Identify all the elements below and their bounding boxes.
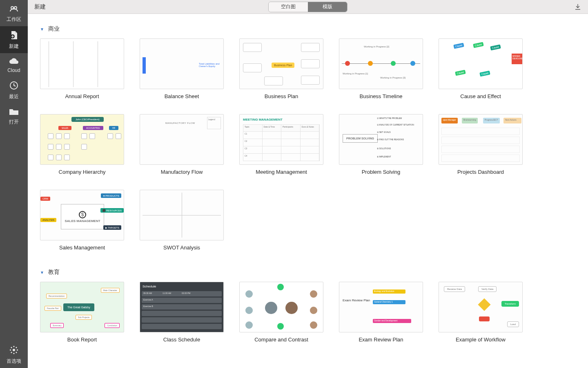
template-caption: Cause and Effect: [439, 93, 523, 99]
template-caption: Business Timeline: [339, 93, 423, 99]
section-title: 教育: [48, 269, 60, 276]
template-card[interactable]: Receive Data Verify Data Transform Load …: [439, 282, 523, 343]
sidebar-item-new[interactable]: 新建: [0, 26, 28, 53]
content-area: ▼ 商业 Annual Report Balance Sheet Busines…: [28, 14, 588, 368]
sidebar-label: 首选项: [7, 358, 21, 365]
disclosure-triangle-icon: ▼: [40, 27, 44, 31]
section-title: 商业: [48, 25, 60, 33]
template-card[interactable]: Annual Report: [40, 38, 124, 99]
sidebar-label: 新建: [9, 43, 19, 50]
template-thumb: Exam Review Plan Ecology and Evolution G…: [339, 282, 423, 332]
template-thumb: Schedule 09:30 AM11:00 AM02:00 PM Exerci…: [140, 282, 224, 332]
sidebar-label: 最近: [9, 93, 19, 100]
template-thumb: [239, 38, 323, 89]
template-caption: Annual Report: [40, 93, 124, 99]
folder-icon: [9, 108, 19, 117]
template-caption: Manufactory Flow: [140, 169, 224, 175]
sidebar-item-workspace[interactable]: 工作区: [0, 0, 28, 26]
template-card[interactable]: John (CEO/President) SALES ACCOUNTING HR…: [40, 114, 124, 175]
template-grid-education: The Great Gatsby Recommendation Main Cha…: [40, 282, 588, 357]
template-card[interactable]: Schedule 09:30 AM11:00 AM02:00 PM Exerci…: [140, 282, 224, 343]
template-caption: Compare and Contrast: [239, 337, 323, 343]
cloud-icon: [9, 57, 19, 66]
template-thumb: John (CEO/President) SALES ACCOUNTING HR: [40, 114, 124, 165]
template-grid-business: Annual Report Balance Sheet Business Pla…: [40, 38, 588, 265]
clock-icon: [9, 81, 19, 92]
sidebar-item-cloud[interactable]: Cloud: [0, 53, 28, 76]
sidebar-label: 打开: [9, 119, 19, 126]
template-caption: Problem Solving: [339, 169, 423, 175]
template-card[interactable]: Exam Review Plan Ecology and Evolution G…: [339, 282, 423, 343]
template-thumb: PROBLEM SOLVING ① WHAT'S THE PROBLEM ② A…: [339, 114, 423, 165]
template-thumb: Cause Cause Cause Cause Cause MISSED DEA…: [439, 38, 523, 89]
tab-templates[interactable]: 模版: [308, 2, 347, 12]
download-icon[interactable]: [574, 3, 581, 12]
template-caption: Company Hierarchy: [40, 169, 124, 175]
template-thumb: Legend: [140, 114, 224, 165]
template-card[interactable]: Balance Sheet: [140, 38, 224, 99]
template-card[interactable]: Cause Cause Cause Cause Cause MISSED DEA…: [439, 38, 523, 99]
new-file-icon: [9, 30, 19, 41]
template-caption: SWOT Analysis: [140, 245, 224, 251]
template-thumb: MEETING MANAGEMENT TopicDate & TimeParti…: [239, 114, 323, 165]
disclosure-triangle-icon: ▼: [40, 270, 44, 275]
template-thumb: [140, 190, 224, 240]
gear-icon: [9, 345, 19, 356]
template-caption: Meeting Management: [239, 169, 323, 175]
template-thumb: The Great Gatsby Recommendation Main Cha…: [40, 282, 124, 332]
page-title: 新建: [28, 3, 46, 11]
template-thumb: Receive Data Verify Data Transform Load: [439, 282, 523, 332]
template-thumb: Working in Progress [2] Working in Progr…: [339, 38, 423, 89]
template-thumb: $SALES MANAGEMENT ★ PRODUCTS ⬛ RESOURCES…: [40, 190, 124, 240]
topbar: 新建 空白图 模版: [28, 0, 588, 14]
template-card[interactable]: The Great Gatsby Recommendation Main Cha…: [40, 282, 124, 343]
template-thumb: [239, 282, 323, 332]
template-caption: Business Plan: [239, 93, 323, 99]
template-caption: Projects Dashboard: [439, 169, 523, 175]
sidebar-item-open[interactable]: 打开: [0, 103, 28, 129]
sidebar-label: Cloud: [7, 67, 20, 73]
template-card[interactable]: Legend Manufactory Flow: [140, 114, 224, 175]
template-card[interactable]: PROBLEM SOLVING ① WHAT'S THE PROBLEM ② A…: [339, 114, 423, 175]
template-card[interactable]: SWOT Analysis: [140, 190, 224, 251]
sidebar-label: 工作区: [7, 16, 21, 23]
template-caption: Example of Workflow: [439, 337, 523, 343]
template-caption: Book Report: [40, 337, 124, 343]
workspace-icon: [9, 4, 19, 14]
template-card[interactable]: Compare and Contrast: [239, 282, 323, 343]
svg-point-2: [13, 349, 15, 351]
template-caption: Exam Review Plan: [339, 337, 423, 343]
template-card[interactable]: Working in Progress [2] Working in Progr…: [339, 38, 423, 99]
template-thumb: eject Manager Brainstorming ProgressJECT…: [439, 114, 523, 165]
template-card[interactable]: eject Manager Brainstorming ProgressJECT…: [439, 114, 523, 175]
template-card[interactable]: Business Plan: [239, 38, 323, 99]
template-caption: Balance Sheet: [140, 93, 224, 99]
template-card[interactable]: MEETING MANAGEMENT TopicDate & TimeParti…: [239, 114, 323, 175]
section-header-education[interactable]: ▼ 教育: [40, 269, 588, 276]
sidebar: 工作区 新建 Cloud 最近 打开 首选项: [0, 0, 28, 368]
template-thumb: [40, 38, 124, 89]
template-caption: Class Schedule: [140, 337, 224, 343]
segmented-control: 空白图 模版: [268, 2, 347, 12]
template-card[interactable]: $SALES MANAGEMENT ★ PRODUCTS ⬛ RESOURCES…: [40, 190, 124, 251]
tab-blank[interactable]: 空白图: [269, 2, 308, 12]
template-caption: Sales Management: [40, 245, 124, 251]
sidebar-item-recent[interactable]: 最近: [0, 76, 28, 103]
section-header-business[interactable]: ▼ 商业: [40, 25, 588, 33]
sidebar-item-prefs[interactable]: 首选项: [0, 341, 28, 368]
template-thumb: [140, 38, 224, 89]
